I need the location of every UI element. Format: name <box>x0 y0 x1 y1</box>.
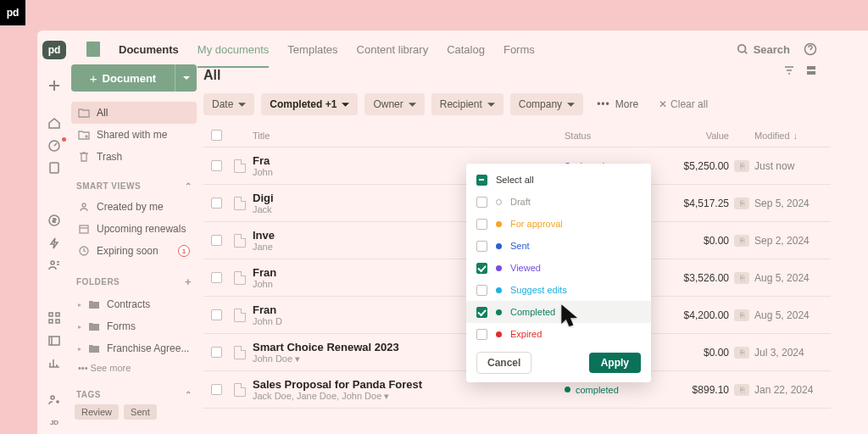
checkbox[interactable] <box>476 263 487 274</box>
checkbox[interactable] <box>476 329 487 340</box>
folder-icon <box>88 298 100 310</box>
folder-franchise[interactable]: ▸Franchise Agree... <box>71 337 197 359</box>
svg-point-9 <box>51 396 54 399</box>
opt-for-approval[interactable]: For approval <box>466 213 651 235</box>
filter-status[interactable]: Completed +1 <box>261 93 358 115</box>
col-modified[interactable]: Modified↓ <box>754 131 831 141</box>
money-icon[interactable] <box>37 209 71 231</box>
plus-icon[interactable]: + <box>185 275 192 288</box>
table-header: Title Status Value Modified↓ <box>203 124 831 147</box>
folders-header[interactable]: FOLDERS+ <box>71 275 197 288</box>
row-checkbox[interactable] <box>211 309 222 320</box>
filter-date[interactable]: Date <box>203 93 254 115</box>
plus-icon[interactable] <box>37 75 71 97</box>
filter-owner[interactable]: Owner <box>364 93 424 115</box>
clock-icon <box>78 245 90 257</box>
people-icon[interactable] <box>37 254 71 276</box>
bolt-icon[interactable] <box>37 232 71 254</box>
opt-draft[interactable]: Draft <box>466 191 651 213</box>
checkbox[interactable] <box>476 197 487 208</box>
row-action-icon[interactable]: ⎘ <box>734 235 749 247</box>
tag-sent[interactable]: Sent <box>124 404 157 420</box>
dashboard-icon[interactable] <box>37 134 71 156</box>
checkbox[interactable] <box>476 175 487 186</box>
checkbox[interactable] <box>476 241 487 252</box>
tab-templates[interactable]: Templates <box>287 31 337 68</box>
settings-user-icon[interactable] <box>37 389 71 411</box>
svg-rect-17 <box>807 71 815 75</box>
row-value: $0.00 <box>658 235 729 247</box>
app-logo[interactable]: pd <box>42 41 66 59</box>
svg-rect-6 <box>49 320 53 323</box>
row-action-icon[interactable]: ⎘ <box>734 160 749 172</box>
row-checkbox[interactable] <box>211 384 222 395</box>
see-more[interactable]: ••• See more <box>71 359 197 376</box>
row-action-icon[interactable]: ⎘ <box>734 384 749 396</box>
tab-catalog[interactable]: Catalog <box>447 31 485 68</box>
opt-select-all[interactable]: Select all <box>466 169 651 191</box>
col-title[interactable]: Title <box>253 131 565 141</box>
avatar[interactable]: JD <box>37 412 71 434</box>
opt-completed[interactable]: Completed <box>466 301 651 323</box>
tab-forms[interactable]: Forms <box>504 31 535 68</box>
filter-recipient[interactable]: Recipient <box>431 93 504 115</box>
filter-company[interactable]: Company <box>510 93 583 115</box>
folder-forms[interactable]: ▸Forms <box>71 315 197 337</box>
tab-documents[interactable]: Documents <box>119 31 179 68</box>
cancel-button[interactable]: Cancel <box>476 352 531 374</box>
select-all-checkbox[interactable] <box>211 130 222 141</box>
chevron-up-icon: ⌃ <box>185 390 192 399</box>
row-checkbox[interactable] <box>211 160 222 171</box>
sv-expiring[interactable]: Expiring soon1 <box>71 240 197 262</box>
badge-count: 1 <box>178 245 190 257</box>
sv-renewals[interactable]: Upcoming renewals <box>71 218 197 240</box>
col-value[interactable]: Value <box>658 131 729 141</box>
user-icon <box>78 201 90 213</box>
row-action-icon[interactable]: ⎘ <box>734 309 749 321</box>
nav-all[interactable]: All <box>71 102 197 124</box>
filter-settings-icon[interactable] <box>783 64 795 76</box>
view-toggle-icon[interactable] <box>805 64 817 76</box>
search-button[interactable]: Search <box>737 43 790 56</box>
row-value: $0.00 <box>658 347 729 359</box>
folder-contracts[interactable]: ▸Contracts <box>71 293 197 315</box>
home-icon[interactable] <box>37 112 71 134</box>
row-checkbox[interactable] <box>211 347 222 358</box>
row-checkbox[interactable] <box>211 235 222 246</box>
library-icon[interactable] <box>37 330 71 352</box>
nav-shared[interactable]: Shared with me <box>71 124 197 146</box>
smartviews-header[interactable]: SMART VIEWS⌃ <box>71 181 197 191</box>
apply-button[interactable]: Apply <box>589 353 641 373</box>
sort-desc-icon: ↓ <box>793 131 798 141</box>
help-icon[interactable] <box>804 42 817 56</box>
opt-viewed[interactable]: Viewed <box>466 257 651 279</box>
checkbox[interactable] <box>476 219 487 230</box>
col-status[interactable]: Status <box>565 131 658 141</box>
tab-content-library[interactable]: Content library <box>357 31 429 68</box>
tag-review[interactable]: Review <box>75 404 119 420</box>
clear-all-button[interactable]: ✕Clear all <box>652 98 715 110</box>
apps-icon[interactable] <box>37 307 71 329</box>
row-action-icon[interactable]: ⎘ <box>734 347 749 359</box>
opt-suggest-edits[interactable]: Suggest edits <box>466 279 651 301</box>
row-action-icon[interactable]: ⎘ <box>734 198 749 209</box>
checkbox[interactable] <box>476 285 487 296</box>
nav-trash[interactable]: Trash <box>71 146 197 168</box>
tags-header[interactable]: TAGS⌃ <box>71 390 197 399</box>
filter-more[interactable]: •••More <box>590 98 645 110</box>
row-action-icon[interactable]: ⎘ <box>734 272 749 284</box>
search-label: Search <box>754 43 790 56</box>
row-checkbox[interactable] <box>211 272 222 283</box>
row-checkbox[interactable] <box>211 198 222 209</box>
tab-my-documents[interactable]: My documents <box>198 31 270 68</box>
docs-icon[interactable] <box>37 157 71 179</box>
opt-expired[interactable]: Expired <box>466 323 651 345</box>
new-doc-caret-icon[interactable] <box>175 64 197 92</box>
sv-created[interactable]: Created by me <box>71 196 197 218</box>
checkbox[interactable] <box>476 307 487 318</box>
reports-icon[interactable] <box>37 352 71 374</box>
brand-badge: pd <box>0 0 25 25</box>
opt-sent[interactable]: Sent <box>466 235 651 257</box>
new-document-button[interactable]: +Document <box>71 64 197 92</box>
chevron-up-icon: ⌃ <box>185 181 192 191</box>
